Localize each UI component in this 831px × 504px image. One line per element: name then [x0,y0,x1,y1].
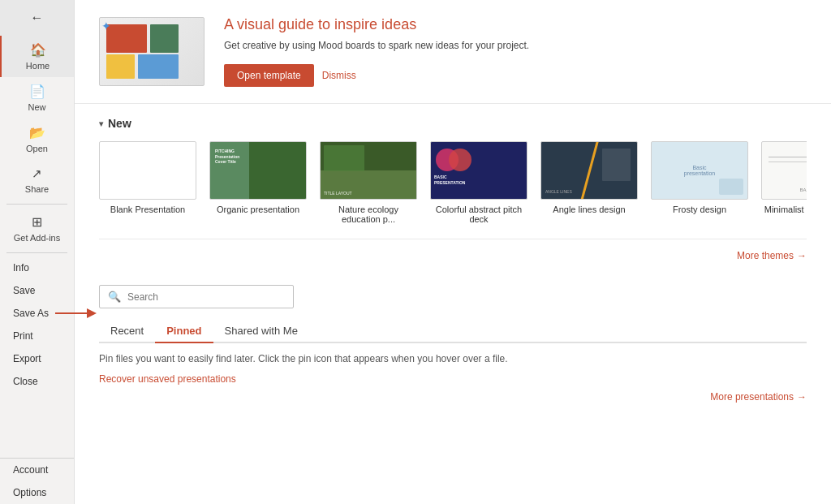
sidebar-divider2 [6,252,67,253]
mood-rect1 [106,24,147,53]
banner: ✦ A visual guide to inspire ideas Get cr… [75,0,831,104]
mood-rect3 [106,54,135,79]
new-section: ▾ New Blank Presentation PITCHINGPresent… [75,104,831,275]
template-nature-thumb: TITLE LAYOUT [320,141,417,200]
banner-image-inner: ✦ [100,18,204,85]
tab-pinned[interactable]: Pinned [155,320,213,343]
info-label: Info [13,262,29,274]
more-themes-arrow-icon: → [797,250,807,261]
sidebar-bottom: Account Options [0,458,74,504]
sidebar-item-saveas[interactable]: Save As [0,302,74,325]
sidebar-item-open[interactable]: 📂 Open [0,118,74,160]
template-frosty-thumb: Basicpresentation [651,141,748,200]
template-minimalist[interactable]: BASIC PRESENTATION Minimalist presentati… [761,141,807,224]
close-label: Close [13,376,38,387]
tabs: Recent Pinned Shared with Me [99,320,807,343]
sidebar-item-home[interactable]: 🏠 Home [0,36,74,77]
template-organic-label: Organic presentation [217,205,299,214]
sidebar-item-close[interactable]: Close [0,370,74,393]
search-icon: 🔍 [108,291,121,303]
export-label: Export [13,353,41,364]
save-label: Save [13,285,35,296]
new-section-header[interactable]: ▾ New [99,117,807,130]
sidebar-item-addins[interactable]: ⊞ Get Add-ins [0,208,74,249]
tab-recent[interactable]: Recent [99,320,155,343]
template-colorful-thumb: BASICPRESENTATION [430,141,527,200]
sidebar-item-label: Home [26,61,50,71]
account-label: Account [13,464,48,476]
more-themes-link[interactable]: More themes → [737,250,807,261]
template-blank-label: Blank Presentation [110,205,185,214]
template-organic[interactable]: PITCHINGPresentationCover Title Organic … [209,141,307,224]
sidebar-item-export[interactable]: Export [0,347,74,370]
template-frosty[interactable]: Basicpresentation Frosty design [651,141,748,224]
mood-rect4 [138,54,179,79]
template-angle-label: Angle lines design [553,205,625,214]
sidebar-item-label: New [28,102,45,112]
more-presentations-label: More presentations [710,391,794,403]
mood-rect2 [150,24,179,53]
banner-image: ✦ [99,17,205,86]
banner-subtitle: Get creative by using Mood boards to spa… [224,40,807,51]
saveas-label: Save As [13,308,49,319]
dismiss-button[interactable]: Dismiss [322,70,356,81]
template-angle-thumb: ANGLE LINES [540,141,638,200]
print-label: Print [13,330,33,342]
share-icon: ↗ [32,166,42,181]
sidebar-item-account[interactable]: Account [0,459,74,481]
sidebar-item-label: Share [25,184,49,194]
template-frosty-label: Frosty design [673,205,726,214]
sidebar-item-save[interactable]: Save [0,279,74,302]
home-icon: 🏠 [30,42,46,58]
banner-buttons: Open template Dismiss [224,64,807,87]
sidebar: ← 🏠 Home 📄 New 📂 Open ↗ Share ⊞ Get Add-… [0,0,75,504]
template-nature-label: Nature ecology education p... [320,205,417,224]
template-blank[interactable]: Blank Presentation [99,141,196,224]
new-icon: 📄 [29,84,45,99]
mood-star-icon: ✦ [101,19,111,32]
sidebar-item-label: Get Add-ins [14,233,60,243]
sidebar-item-print[interactable]: Print [0,325,74,347]
more-themes-label: More themes [737,250,794,261]
pinned-hint: Pin files you want to easily find later.… [99,353,807,364]
sidebar-item-info[interactable]: Info [0,256,74,279]
tab-shared[interactable]: Shared with Me [213,320,309,343]
templates-grid: Blank Presentation PITCHINGPresentationC… [99,141,807,230]
template-blank-thumb [99,141,196,200]
back-icon: ← [31,11,44,25]
template-angle[interactable]: ANGLE LINES Angle lines design [540,141,638,224]
more-presentations-link[interactable]: More presentations → [710,391,807,403]
more-presentations: More presentations → [99,389,807,403]
recover-link[interactable]: Recover unsaved presentations [99,373,236,385]
open-icon: 📂 [29,125,45,140]
template-organic-thumb: PITCHINGPresentationCover Title [209,141,307,200]
back-button[interactable]: ← [0,0,74,36]
sidebar-divider [6,204,67,205]
sidebar-item-options[interactable]: Options [0,481,74,504]
template-colorful-label: Colorful abstract pitch deck [430,205,527,224]
open-template-button[interactable]: Open template [224,64,314,87]
sidebar-item-label: Open [26,144,48,153]
more-presentations-arrow-icon: → [797,391,807,403]
template-minimalist-label: Minimalist presentation [764,205,807,214]
main-content: ✦ A visual guide to inspire ideas Get cr… [75,0,831,504]
chevron-down-icon: ▾ [99,119,103,128]
new-section-title: New [108,117,131,130]
template-minimalist-thumb: BASIC PRESENTATION [761,141,807,200]
arrow-annotation [55,305,104,321]
banner-title: A visual guide to inspire ideas [224,16,807,33]
options-label: Options [13,487,46,498]
sidebar-item-new[interactable]: 📄 New [0,77,74,118]
addins-icon: ⊞ [32,214,42,230]
template-colorful[interactable]: BASICPRESENTATION Colorful abstract pitc… [430,141,527,224]
template-nature[interactable]: TITLE LAYOUT Nature ecology education p.… [320,141,417,224]
banner-text: A visual guide to inspire ideas Get crea… [224,16,807,87]
search-box[interactable]: 🔍 [99,285,294,308]
more-themes: More themes → [99,239,807,262]
files-section: 🔍 Recent Pinned Shared with Me Pin files… [75,275,831,413]
sidebar-item-share[interactable]: ↗ Share [0,160,74,200]
search-input[interactable] [127,291,285,303]
